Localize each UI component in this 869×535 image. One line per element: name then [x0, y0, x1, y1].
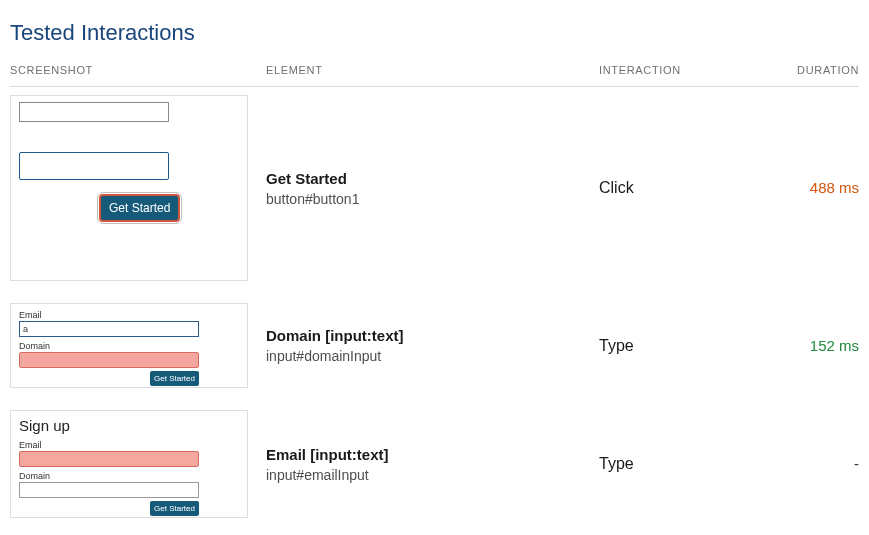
- interaction-type: Click: [599, 179, 634, 196]
- screenshot-thumbnail[interactable]: Email a Domain Get Started: [10, 303, 248, 388]
- element-selector: input#emailInput: [266, 467, 599, 483]
- col-header-element: ELEMENT: [260, 64, 599, 76]
- element-name: Email [input:text]: [266, 446, 599, 463]
- mini-get-started-button: Get Started: [99, 194, 180, 222]
- col-header-screenshot: SCREENSHOT: [10, 64, 260, 76]
- mini-get-started-button: Get Started: [150, 501, 199, 516]
- mini-input-plain: [19, 102, 169, 122]
- screenshot-thumbnail[interactable]: Sign up Email Domain Get Started: [10, 410, 248, 518]
- interaction-type: Type: [599, 455, 634, 472]
- mini-email-label: Email: [19, 310, 239, 320]
- duration-value: 488 ms: [810, 179, 859, 196]
- mini-domain-input-highlight: [19, 352, 199, 368]
- element-selector: input#domainInput: [266, 348, 599, 364]
- mini-heading: Sign up: [19, 417, 239, 434]
- table-row: Sign up Email Domain Get Started Email […: [10, 402, 859, 524]
- element-name: Domain [input:text]: [266, 327, 599, 344]
- interactions-table: SCREENSHOT ELEMENT INTERACTION DURATION …: [10, 58, 859, 524]
- element-selector: button#button1: [266, 191, 599, 207]
- table-row: Email a Domain Get Started Domain [input…: [10, 295, 859, 394]
- mini-get-started-button: Get Started: [150, 371, 199, 386]
- mini-domain-input: [19, 482, 199, 498]
- mini-input-focused: [19, 152, 169, 180]
- mini-email-label: Email: [19, 440, 239, 450]
- element-name: Get Started: [266, 170, 599, 187]
- duration-value: -: [854, 455, 859, 472]
- mini-email-input-highlight: [19, 451, 199, 467]
- duration-value: 152 ms: [810, 337, 859, 354]
- page-title: Tested Interactions: [10, 20, 859, 46]
- mini-email-input: a: [19, 321, 199, 337]
- col-header-interaction: INTERACTION: [599, 64, 769, 76]
- screenshot-thumbnail[interactable]: Get Started: [10, 95, 248, 281]
- interaction-type: Type: [599, 337, 634, 354]
- mini-domain-label: Domain: [19, 341, 239, 351]
- mini-domain-label: Domain: [19, 471, 239, 481]
- table-header-row: SCREENSHOT ELEMENT INTERACTION DURATION: [10, 58, 859, 87]
- table-row: Get Started Get Started button#button1 C…: [10, 87, 859, 287]
- col-header-duration: DURATION: [769, 64, 859, 76]
